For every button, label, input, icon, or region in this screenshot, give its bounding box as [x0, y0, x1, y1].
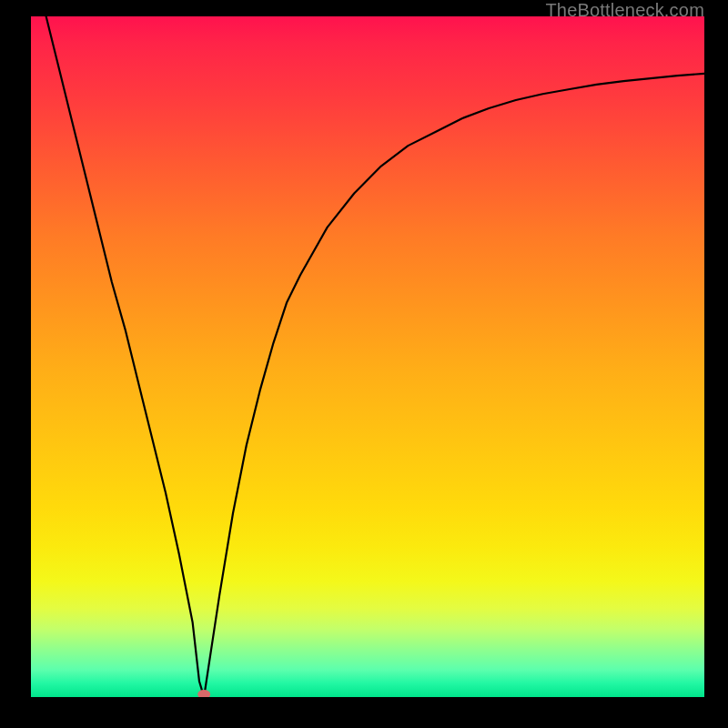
- plot-area: [31, 16, 704, 697]
- curve-layer: [31, 16, 704, 697]
- chart-frame: TheBottleneck.com: [0, 0, 728, 728]
- minimum-marker: [197, 690, 210, 697]
- watermark-text: TheBottleneck.com: [545, 0, 704, 20]
- bottleneck-curve: [31, 16, 704, 697]
